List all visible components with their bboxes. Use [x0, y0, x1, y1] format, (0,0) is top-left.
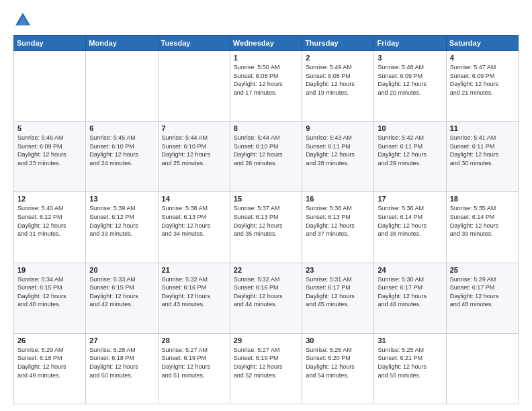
day-info: Sunrise: 5:36 AM Sunset: 6:13 PM Dayligh…	[306, 204, 370, 238]
day-info: Sunrise: 5:30 AM Sunset: 6:17 PM Dayligh…	[378, 275, 442, 309]
calendar-day-cell	[446, 333, 518, 404]
day-info: Sunrise: 5:43 AM Sunset: 6:11 PM Dayligh…	[306, 134, 370, 167]
calendar-day-cell	[158, 51, 230, 122]
day-number: 27	[89, 336, 154, 345]
day-info: Sunrise: 5:35 AM Sunset: 6:14 PM Dayligh…	[450, 204, 515, 238]
day-info: Sunrise: 5:37 AM Sunset: 6:13 PM Dayligh…	[234, 204, 298, 238]
day-number: 1	[234, 54, 298, 62]
calendar-day-cell: 30Sunrise: 5:26 AM Sunset: 6:20 PM Dayli…	[302, 333, 374, 404]
weekday-header: Sunday	[14, 36, 86, 51]
weekday-header: Thursday	[302, 36, 374, 51]
calendar-day-cell: 12Sunrise: 5:40 AM Sunset: 6:12 PM Dayli…	[14, 192, 86, 263]
day-number: 15	[234, 195, 298, 203]
weekday-header: Wednesday	[230, 36, 302, 51]
day-number: 31	[378, 336, 442, 345]
day-number: 13	[89, 195, 154, 203]
calendar-day-cell: 16Sunrise: 5:36 AM Sunset: 6:13 PM Dayli…	[302, 192, 374, 263]
day-info: Sunrise: 5:27 AM Sunset: 6:19 PM Dayligh…	[234, 346, 298, 379]
weekday-header: Monday	[86, 36, 158, 51]
day-number: 20	[89, 266, 154, 274]
calendar-day-cell: 8Sunrise: 5:44 AM Sunset: 6:10 PM Daylig…	[230, 122, 302, 192]
weekday-header: Tuesday	[158, 36, 230, 51]
day-number: 19	[17, 266, 82, 274]
day-number: 10	[378, 124, 442, 132]
calendar-day-cell: 20Sunrise: 5:33 AM Sunset: 6:15 PM Dayli…	[86, 263, 158, 333]
calendar-day-cell: 5Sunrise: 5:46 AM Sunset: 6:09 PM Daylig…	[14, 122, 86, 192]
calendar-day-cell: 7Sunrise: 5:44 AM Sunset: 6:10 PM Daylig…	[158, 122, 230, 192]
day-info: Sunrise: 5:45 AM Sunset: 6:10 PM Dayligh…	[89, 134, 154, 167]
logo-icon	[13, 11, 32, 30]
day-info: Sunrise: 5:36 AM Sunset: 6:14 PM Dayligh…	[378, 204, 442, 238]
calendar-day-cell: 28Sunrise: 5:27 AM Sunset: 6:19 PM Dayli…	[158, 333, 230, 404]
logo	[13, 11, 35, 30]
day-number: 12	[17, 195, 82, 203]
day-info: Sunrise: 5:39 AM Sunset: 6:12 PM Dayligh…	[89, 204, 154, 238]
day-number: 2	[306, 54, 370, 62]
calendar-day-cell: 1Sunrise: 5:50 AM Sunset: 6:08 PM Daylig…	[230, 51, 302, 122]
calendar-day-cell	[86, 51, 158, 122]
day-number: 26	[17, 336, 82, 345]
header	[13, 11, 519, 30]
page: SundayMondayTuesdayWednesdayThursdayFrid…	[0, 0, 532, 411]
day-number: 29	[234, 336, 298, 345]
calendar-day-cell: 18Sunrise: 5:35 AM Sunset: 6:14 PM Dayli…	[446, 192, 518, 263]
day-number: 30	[306, 336, 370, 345]
day-info: Sunrise: 5:44 AM Sunset: 6:10 PM Dayligh…	[162, 134, 226, 167]
calendar-day-cell: 27Sunrise: 5:28 AM Sunset: 6:18 PM Dayli…	[86, 333, 158, 404]
day-info: Sunrise: 5:32 AM Sunset: 6:16 PM Dayligh…	[162, 275, 226, 309]
day-number: 17	[378, 195, 442, 203]
calendar-day-cell: 14Sunrise: 5:38 AM Sunset: 6:13 PM Dayli…	[158, 192, 230, 263]
day-number: 22	[234, 266, 298, 274]
calendar-table: SundayMondayTuesdayWednesdayThursdayFrid…	[13, 35, 519, 404]
day-info: Sunrise: 5:46 AM Sunset: 6:09 PM Dayligh…	[17, 134, 82, 167]
calendar-day-cell: 11Sunrise: 5:41 AM Sunset: 6:11 PM Dayli…	[446, 122, 518, 192]
calendar-day-cell: 31Sunrise: 5:25 AM Sunset: 6:21 PM Dayli…	[374, 333, 446, 404]
calendar-day-cell: 19Sunrise: 5:34 AM Sunset: 6:15 PM Dayli…	[14, 263, 86, 333]
day-number: 7	[162, 124, 226, 132]
day-number: 16	[306, 195, 370, 203]
calendar-day-cell: 13Sunrise: 5:39 AM Sunset: 6:12 PM Dayli…	[86, 192, 158, 263]
day-info: Sunrise: 5:32 AM Sunset: 6:16 PM Dayligh…	[234, 275, 298, 309]
calendar-day-cell: 10Sunrise: 5:42 AM Sunset: 6:11 PM Dayli…	[374, 122, 446, 192]
day-info: Sunrise: 5:42 AM Sunset: 6:11 PM Dayligh…	[378, 134, 442, 167]
weekday-header: Saturday	[446, 36, 518, 51]
day-number: 11	[450, 124, 515, 132]
calendar-day-cell: 3Sunrise: 5:48 AM Sunset: 6:09 PM Daylig…	[374, 51, 446, 122]
day-info: Sunrise: 5:50 AM Sunset: 6:08 PM Dayligh…	[234, 63, 298, 97]
day-number: 23	[306, 266, 370, 274]
calendar-week-row: 1Sunrise: 5:50 AM Sunset: 6:08 PM Daylig…	[14, 51, 519, 122]
calendar-week-row: 5Sunrise: 5:46 AM Sunset: 6:09 PM Daylig…	[14, 122, 519, 192]
day-number: 9	[306, 124, 370, 132]
day-info: Sunrise: 5:31 AM Sunset: 6:17 PM Dayligh…	[306, 275, 370, 309]
calendar-day-cell: 15Sunrise: 5:37 AM Sunset: 6:13 PM Dayli…	[230, 192, 302, 263]
day-info: Sunrise: 5:26 AM Sunset: 6:20 PM Dayligh…	[306, 346, 370, 379]
day-info: Sunrise: 5:29 AM Sunset: 6:18 PM Dayligh…	[17, 346, 82, 379]
calendar-day-cell: 24Sunrise: 5:30 AM Sunset: 6:17 PM Dayli…	[374, 263, 446, 333]
calendar-day-cell	[14, 51, 86, 122]
day-info: Sunrise: 5:33 AM Sunset: 6:15 PM Dayligh…	[89, 275, 154, 309]
calendar-day-cell: 6Sunrise: 5:45 AM Sunset: 6:10 PM Daylig…	[86, 122, 158, 192]
day-info: Sunrise: 5:27 AM Sunset: 6:19 PM Dayligh…	[162, 346, 226, 379]
calendar-day-cell: 25Sunrise: 5:29 AM Sunset: 6:17 PM Dayli…	[446, 263, 518, 333]
day-number: 14	[162, 195, 226, 203]
day-number: 6	[89, 124, 154, 132]
calendar-week-row: 19Sunrise: 5:34 AM Sunset: 6:15 PM Dayli…	[14, 263, 519, 333]
day-info: Sunrise: 5:41 AM Sunset: 6:11 PM Dayligh…	[450, 134, 515, 167]
day-info: Sunrise: 5:49 AM Sunset: 6:08 PM Dayligh…	[306, 63, 370, 97]
calendar-day-cell: 22Sunrise: 5:32 AM Sunset: 6:16 PM Dayli…	[230, 263, 302, 333]
day-info: Sunrise: 5:48 AM Sunset: 6:09 PM Dayligh…	[378, 63, 442, 97]
day-info: Sunrise: 5:38 AM Sunset: 6:13 PM Dayligh…	[162, 204, 226, 238]
calendar-week-row: 26Sunrise: 5:29 AM Sunset: 6:18 PM Dayli…	[14, 333, 519, 404]
calendar-week-row: 12Sunrise: 5:40 AM Sunset: 6:12 PM Dayli…	[14, 192, 519, 263]
calendar-day-cell: 29Sunrise: 5:27 AM Sunset: 6:19 PM Dayli…	[230, 333, 302, 404]
day-number: 5	[17, 124, 82, 132]
calendar-day-cell: 17Sunrise: 5:36 AM Sunset: 6:14 PM Dayli…	[374, 192, 446, 263]
day-number: 21	[162, 266, 226, 274]
day-number: 18	[450, 195, 515, 203]
day-info: Sunrise: 5:28 AM Sunset: 6:18 PM Dayligh…	[89, 346, 154, 379]
day-info: Sunrise: 5:44 AM Sunset: 6:10 PM Dayligh…	[234, 134, 298, 167]
day-info: Sunrise: 5:29 AM Sunset: 6:17 PM Dayligh…	[450, 275, 515, 309]
day-info: Sunrise: 5:40 AM Sunset: 6:12 PM Dayligh…	[17, 204, 82, 238]
calendar-day-cell: 4Sunrise: 5:47 AM Sunset: 6:09 PM Daylig…	[446, 51, 518, 122]
calendar-day-cell: 26Sunrise: 5:29 AM Sunset: 6:18 PM Dayli…	[14, 333, 86, 404]
